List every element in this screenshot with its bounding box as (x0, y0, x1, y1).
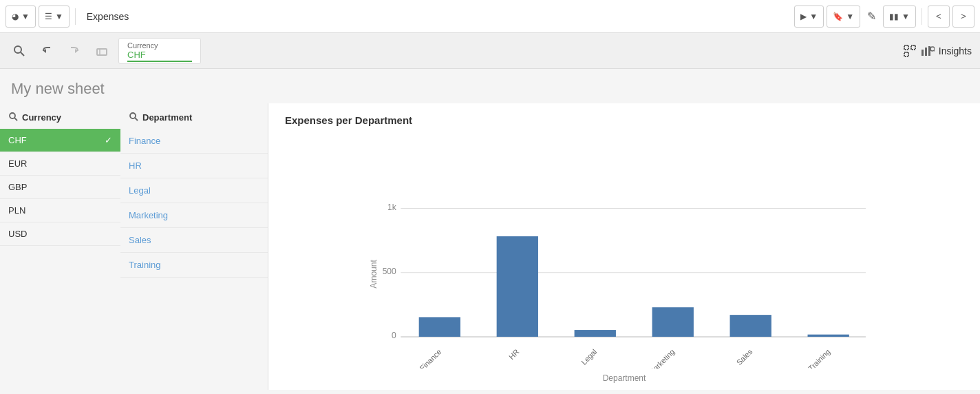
chart-dropdown-icon: ▼ (902, 12, 910, 21)
insights-button[interactable]: Insights (921, 45, 972, 56)
svg-rect-9 (922, 50, 924, 56)
dept-item-marketing[interactable]: Marketing (120, 203, 268, 228)
dept-item-finance[interactable]: Finance (120, 129, 268, 154)
svg-text:1k: 1k (387, 203, 397, 212)
bookmark-dropdown-icon: ▼ (846, 12, 854, 21)
chf-checkmark-icon: ✓ (105, 135, 112, 145)
dept-item-training[interactable]: Training (120, 253, 268, 278)
compass-icon: ◕ (12, 12, 19, 21)
currency-item-eur[interactable]: EUR (0, 152, 120, 176)
dept-hr-label: HR (129, 160, 142, 171)
top-toolbar: ◕ ▼ ☰ ▼ Expenses ▶ ▼ 🔖 ▼ ✎ ▮▮ ▼ < > (0, 0, 980, 33)
currency-item-chf[interactable]: CHF ✓ (0, 129, 120, 152)
sheet-title: My new sheet (11, 80, 969, 98)
toolbar-separator-2 (922, 8, 922, 25)
currency-item-gbp[interactable]: GBP (0, 176, 120, 199)
svg-rect-10 (925, 48, 927, 56)
department-header-label: Department (142, 112, 192, 123)
chevron-left-icon: < (936, 11, 941, 21)
bar-chart-svg: 0 500 1k Amount Finance (285, 134, 963, 369)
nav-prev-button[interactable]: < (928, 6, 950, 28)
svg-line-1 (21, 52, 24, 56)
svg-rect-4 (97, 49, 107, 55)
dept-finance-label: Finance (129, 136, 160, 146)
sheets-button[interactable]: ☰ ▼ (39, 6, 70, 28)
bar-chart-icon: ▮▮ (889, 12, 899, 21)
department-panel-header: Department (120, 109, 268, 129)
currency-eur-label: EUR (8, 158, 27, 169)
search-filter-icon[interactable] (8, 40, 30, 62)
right-filter-area: Insights (899, 40, 972, 62)
toolbar-left: ◕ ▼ ☰ ▼ Expenses (6, 6, 129, 28)
present-button[interactable]: ▶ ▼ (794, 6, 824, 28)
dept-sales-label: Sales (129, 235, 151, 245)
bookmark-icon: 🔖 (833, 12, 843, 21)
forward-selection-icon[interactable] (63, 40, 85, 62)
chart-title: Expenses per Department (285, 114, 963, 126)
dept-item-sales[interactable]: Sales (120, 228, 268, 253)
currency-panel-header: Currency (0, 109, 120, 129)
magnifier-icon (13, 45, 25, 57)
currency-item-pln[interactable]: PLN (0, 199, 120, 222)
currency-usd-label: USD (8, 229, 27, 239)
svg-point-16 (130, 113, 136, 118)
sheet-title-bar: My new sheet (0, 69, 980, 103)
currency-chf-label: CHF (8, 135, 27, 145)
chart-type-button[interactable]: ▮▮ ▼ (883, 6, 916, 28)
bookmark-button[interactable]: 🔖 ▼ (827, 6, 860, 28)
svg-text:0: 0 (392, 331, 396, 340)
sheets-dropdown-icon: ▼ (55, 12, 63, 21)
undo-selection-icon[interactable] (36, 40, 58, 62)
filter-bar: Currency CHF Insights (0, 33, 980, 69)
currency-item-usd[interactable]: USD (0, 222, 120, 246)
svg-text:Finance: Finance (418, 347, 443, 369)
svg-line-13 (934, 50, 935, 52)
bar-finance (419, 317, 460, 337)
toolbar-separator-1 (75, 8, 76, 25)
select-region-icon[interactable] (899, 40, 921, 62)
dept-item-legal[interactable]: Legal (120, 178, 268, 203)
currency-filter-value: CHF (127, 50, 192, 62)
clear-selection-icon[interactable] (91, 40, 113, 62)
region-select-icon (903, 44, 917, 58)
insights-label: Insights (939, 45, 972, 56)
department-panel: Department Finance HR Legal Marketing Sa… (120, 103, 268, 390)
svg-text:Amount: Amount (369, 259, 379, 288)
department-search-icon (129, 112, 138, 123)
present-icon: ▶ (800, 12, 807, 21)
nav-next-button[interactable]: > (952, 6, 974, 28)
svg-text:Legal: Legal (579, 347, 598, 366)
currency-panel: Currency CHF ✓ EUR GBP PLN USD (0, 103, 120, 390)
currency-header-label: Currency (22, 112, 61, 123)
edit-button[interactable]: ✎ (863, 6, 880, 28)
list-icon: ☰ (45, 12, 52, 21)
svg-point-14 (10, 113, 15, 118)
currency-search-icon (8, 112, 18, 123)
back-arrow-icon (41, 45, 53, 57)
forward-arrow-icon (68, 45, 81, 57)
eraser-icon (96, 45, 108, 57)
chart-container: 0 500 1k Amount Finance (285, 134, 963, 369)
toolbar-right: ▶ ▼ 🔖 ▼ ✎ ▮▮ ▼ < > (794, 6, 974, 28)
bar-legal (575, 330, 616, 337)
dept-item-hr[interactable]: HR (120, 154, 268, 178)
bar-training (808, 335, 849, 337)
chart-area: Expenses per Department 0 500 1k Amount (268, 103, 980, 390)
svg-rect-8 (904, 52, 908, 56)
svg-point-0 (14, 46, 21, 53)
dept-marketing-label: Marketing (129, 210, 168, 220)
x-axis-label: Department (285, 373, 963, 383)
present-dropdown-icon: ▼ (809, 12, 818, 21)
svg-text:Training: Training (807, 347, 831, 369)
pencil-icon: ✎ (867, 10, 876, 23)
svg-text:500: 500 (383, 267, 396, 276)
app-name-label: Expenses (87, 11, 129, 22)
main-content: Currency CHF ✓ EUR GBP PLN USD Dep (0, 103, 980, 390)
svg-text:HR: HR (507, 347, 521, 361)
nav-dropdown-icon: ▼ (21, 12, 30, 21)
nav-home-button[interactable]: ◕ ▼ (6, 6, 36, 28)
svg-line-17 (135, 118, 138, 121)
insights-icon (921, 45, 935, 56)
chevron-right-icon: > (961, 11, 966, 21)
currency-filter-chip[interactable]: Currency CHF (118, 38, 201, 64)
